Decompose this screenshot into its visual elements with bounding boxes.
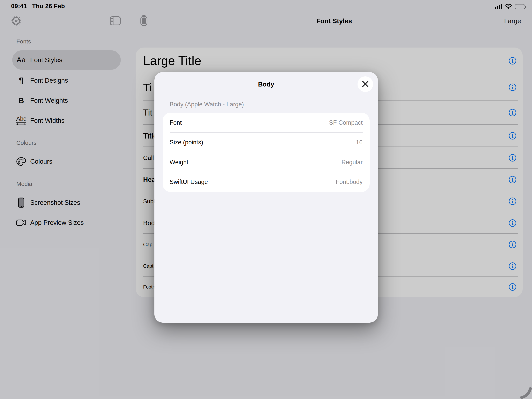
app-screen: 09:41 Thu 26 Feb (0, 0, 532, 399)
detail-row-size: Size (points) 16 (163, 133, 370, 153)
modal-title: Body (154, 81, 378, 88)
modal-subtitle: Body (Apple Watch - Large) (170, 101, 244, 108)
close-icon (362, 81, 369, 88)
close-button[interactable] (358, 76, 373, 92)
detail-row-font: Font SF Compact (163, 113, 370, 133)
font-detail-card: Font SF Compact Size (points) 16 Weight … (163, 113, 370, 192)
pencil-squiggle-mark (519, 386, 532, 399)
detail-row-weight: Weight Regular (163, 152, 370, 172)
detail-row-swiftui-usage: SwiftUI Usage Font.body (163, 172, 370, 192)
font-detail-modal: Body Body (Apple Watch - Large) Font SF … (154, 72, 378, 323)
